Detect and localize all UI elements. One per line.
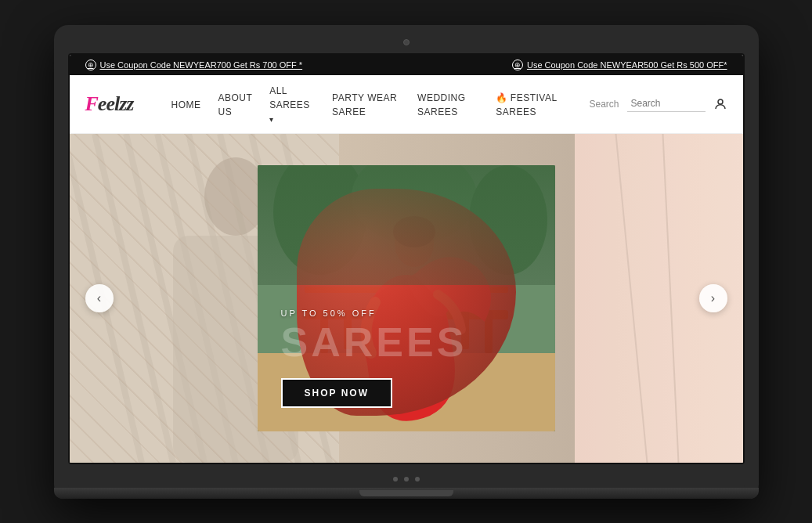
shop-now-button[interactable]: SHOP NOW — [281, 378, 392, 408]
nav-item-home[interactable]: HOME — [171, 97, 201, 111]
fire-icon: 🔥 — [496, 92, 508, 103]
svg-point-30 — [393, 216, 435, 247]
logo[interactable]: Feelzz — [85, 92, 148, 116]
coupon-left-text: Use Coupon Code NEWYEAR700 Get Rs 700 OF… — [100, 60, 303, 70]
laptop-foot — [54, 488, 759, 499]
announcement-bar: ⊕ Use Coupon Code NEWYEAR700 Get Rs 700 … — [70, 55, 743, 75]
carousel-prev-button[interactable]: ‹ — [85, 284, 114, 312]
nav-item-wedding[interactable]: WEDDING SAREES — [417, 90, 478, 118]
nav-item-about[interactable]: ABOUT US — [218, 90, 253, 118]
coupon-right-icon: ⊕ — [512, 60, 523, 70]
hero-content: UP TO 50% OFF SAREES SHOP NOW — [281, 308, 467, 408]
laptop-camera — [403, 39, 410, 45]
nav-link-all-sarees[interactable]: ALL SAREES — [269, 85, 310, 124]
svg-point-20 — [469, 165, 547, 275]
coupon-left-icon: ⊕ — [85, 60, 96, 70]
svg-point-19 — [352, 165, 477, 243]
nav-link-wedding[interactable]: WEDDING SAREES — [417, 92, 466, 117]
laptop-dot-1 — [393, 477, 398, 482]
laptop-dot-3 — [415, 477, 420, 482]
coupon-right-link[interactable]: ⊕ Use Coupon Code NEWYEAR500 Get Rs 500 … — [512, 60, 727, 70]
nav-link-home[interactable]: HOME — [171, 99, 201, 110]
svg-point-0 — [718, 99, 723, 104]
chevron-right-icon: › — [711, 291, 715, 305]
svg-point-18 — [273, 165, 367, 275]
hero-section: UP TO 50% OFF SAREES SHOP NOW ‹ › — [70, 134, 743, 463]
hero-card: UP TO 50% OFF SAREES SHOP NOW — [258, 165, 555, 431]
svg-line-5 — [157, 134, 236, 463]
nav-link-about[interactable]: ABOUT US — [218, 92, 253, 117]
coupon-left-link[interactable]: ⊕ Use Coupon Code NEWYEAR700 Get Rs 700 … — [85, 60, 303, 70]
laptop-foot-line — [54, 488, 759, 499]
laptop-frame: ⊕ Use Coupon Code NEWYEAR700 Get Rs 700 … — [54, 25, 759, 499]
svg-rect-25 — [485, 310, 493, 353]
laptop-screen: ⊕ Use Coupon Code NEWYEAR700 Get Rs 700 … — [68, 53, 745, 464]
nav-link-party-wear[interactable]: PARTY WEAR SAREE — [332, 92, 397, 117]
nav-item-party-wear[interactable]: PARTY WEAR SAREE — [332, 90, 400, 118]
nav-link-festival[interactable]: 🔥FESTIVAL SAREES — [496, 92, 557, 117]
search-label: Search — [589, 99, 619, 110]
laptop-bottom-bezel — [68, 471, 745, 488]
carousel-next-button[interactable]: › — [699, 284, 727, 312]
chevron-left-icon: ‹ — [97, 291, 101, 305]
svg-line-6 — [189, 134, 267, 463]
hero-title: SAREES — [281, 322, 467, 362]
nav-item-festival[interactable]: 🔥FESTIVAL SAREES — [496, 90, 565, 118]
laptop-dot-2 — [404, 477, 409, 482]
search-input[interactable] — [627, 96, 706, 112]
nav-links: HOME ABOUT US ALL SAREES PARTY WEAR SARE… — [171, 83, 566, 125]
user-icon[interactable] — [713, 97, 727, 111]
hero-subtitle: UP TO 50% OFF — [281, 308, 467, 318]
laptop-stand — [359, 490, 453, 496]
nav-item-all-sarees[interactable]: ALL SAREES — [269, 83, 315, 125]
nav-right: Search — [589, 96, 727, 112]
svg-rect-23 — [305, 287, 508, 293]
svg-line-4 — [126, 134, 204, 463]
navbar: Feelzz HOME ABOUT US ALL SAREES PARTY WE… — [70, 75, 743, 134]
coupon-right-text: Use Coupon Code NEWYEAR500 Get Rs 500 OF… — [527, 60, 727, 70]
svg-point-29 — [395, 220, 434, 267]
